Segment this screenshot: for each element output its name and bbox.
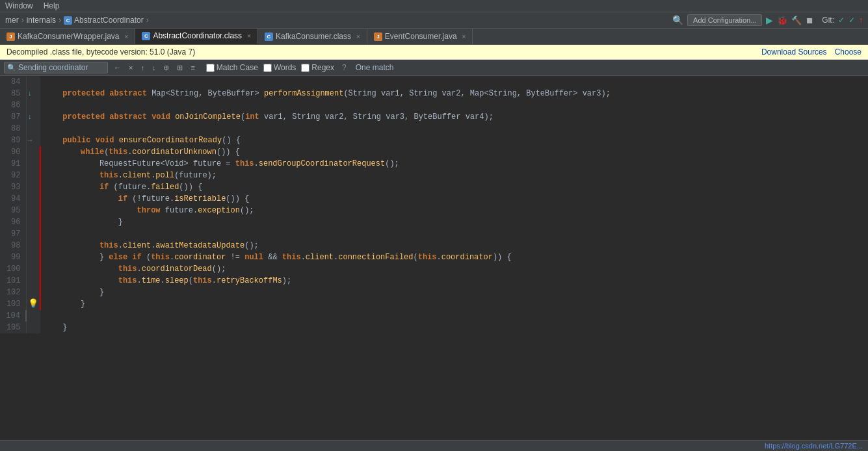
editor-container[interactable]: 84 85 ↓ protected abstract Map<String, B… — [0, 76, 868, 440]
table-row: 89 → public void ensureCoordinatorReady(… — [0, 135, 868, 146]
tab-kafka-consumer[interactable]: C KafkaConsumer.class × — [258, 29, 367, 44]
table-row: 94 if (!future.isRetriable()) { — [0, 193, 868, 205]
tab-label-2: AbstractCoordinator.class — [153, 31, 242, 40]
tab-close-3[interactable]: × — [356, 33, 360, 40]
git-check-icon[interactable]: ✓ — [838, 16, 845, 25]
breadcrumb-mer[interactable]: mer — [5, 16, 19, 25]
line-gutter — [26, 76, 40, 88]
table-row: 84 — [0, 76, 868, 88]
search-input[interactable] — [18, 63, 103, 72]
line-number: 100 — [0, 263, 26, 275]
line-number: 97 — [0, 228, 26, 240]
run-button[interactable]: ▶ — [766, 15, 773, 25]
debug-icon[interactable]: 🐞 — [777, 16, 787, 25]
search-filter-button[interactable]: ≡ — [189, 63, 196, 72]
table-row: 104 — [0, 310, 868, 322]
gutter-arrow-icon: ↓ — [28, 88, 33, 99]
line-gutter — [26, 99, 40, 111]
line-gutter — [26, 275, 40, 287]
table-row: 97 — [0, 228, 868, 240]
line-number: 99 — [0, 251, 26, 263]
download-sources-link[interactable]: Download Sources — [761, 47, 827, 57]
breadcrumb-sep2: › — [59, 16, 61, 25]
search-options-button[interactable]: ⊞ — [175, 63, 185, 73]
tab-abstract-coordinator[interactable]: C AbstractCoordinator.class × — [135, 29, 258, 44]
line-code: public void ensureCoordinatorReady() { — [40, 135, 869, 146]
line-number: 94 — [0, 193, 26, 205]
line-gutter — [26, 263, 40, 275]
line-code: this.time.sleep(this.retryBackoffMs); — [40, 275, 869, 287]
table-row: 101 this.time.sleep(this.retryBackoffMs)… — [0, 275, 868, 287]
tab-close-2[interactable]: × — [247, 32, 251, 40]
words-checkbox[interactable] — [263, 64, 272, 72]
search-toolbar-icon[interactable]: 🔍 — [672, 15, 683, 25]
build-icon[interactable]: 🔨 — [791, 16, 802, 25]
line-code: } — [40, 287, 869, 298]
notification-actions: Download Sources Choose — [761, 47, 861, 57]
tab-label-3: KafkaConsumer.class — [276, 32, 351, 41]
table-row: 93 if (future.failed()) { — [0, 181, 868, 193]
line-number: 103 — [0, 298, 26, 310]
git-check2-icon[interactable]: ✓ — [848, 16, 855, 25]
search-help-icon[interactable]: ? — [342, 63, 347, 72]
line-number: 90 — [0, 146, 26, 158]
match-case-option[interactable]: Match Case — [206, 63, 258, 72]
stop-icon[interactable]: ⏹ — [806, 16, 814, 25]
line-code — [40, 228, 869, 240]
search-next-down-button[interactable]: ↓ — [150, 63, 158, 72]
notification-bar: Decompiled .class file, bytecode version… — [0, 45, 868, 60]
menu-window[interactable]: Window — [5, 1, 33, 10]
tab-close-4[interactable]: × — [462, 33, 466, 40]
line-code: this.client.poll(future); — [40, 170, 869, 181]
table-row: 87 ↓ protected abstract void onJoinCompl… — [0, 111, 868, 123]
search-expand-button[interactable]: ⊕ — [161, 63, 171, 73]
line-code — [40, 76, 869, 88]
choose-link[interactable]: Choose — [835, 47, 861, 57]
menu-help[interactable]: Help — [44, 1, 60, 10]
line-code: RequestFuture<Void> future = this.sendGr… — [40, 158, 869, 170]
line-gutter — [26, 322, 40, 333]
line-gutter: ↓ — [26, 111, 40, 123]
git-x-icon[interactable]: ↑ — [859, 16, 863, 25]
line-gutter — [26, 146, 40, 158]
match-case-checkbox[interactable] — [206, 64, 215, 72]
line-code: if (future.failed()) { — [40, 181, 869, 193]
regex-option[interactable]: Regex — [301, 63, 334, 72]
gutter-arrow-icon: ↓ — [28, 111, 33, 123]
line-number: 102 — [0, 287, 26, 298]
line-number: 96 — [0, 216, 26, 228]
breadcrumb-abstract-coordinator[interactable]: C AbstractCoordinator — [64, 16, 144, 25]
breadcrumb-internals[interactable]: internals — [27, 16, 56, 25]
line-gutter: ↓ — [26, 88, 40, 99]
status-url-link[interactable]: https://blog.csdn.net/LG772E... — [765, 442, 863, 450]
breadcrumb-sep1: › — [21, 16, 24, 25]
search-prev-button[interactable]: ← — [112, 63, 123, 72]
line-number: 84 — [0, 76, 26, 88]
table-row: 105 } — [0, 322, 868, 333]
search-match-result: One match — [356, 63, 394, 72]
tab-close-1[interactable]: × — [125, 33, 129, 40]
words-option[interactable]: Words — [263, 63, 296, 72]
tab-event-consumer[interactable]: J EventConsumer.java × — [367, 29, 473, 44]
line-code: while(this.coordinatorUnknown()) { — [40, 146, 869, 158]
status-bar: https://blog.csdn.net/LG772E... — [0, 440, 868, 451]
table-row: 90 while(this.coordinatorUnknown()) { — [0, 146, 868, 158]
tab-kafka-consumer-wrapper[interactable]: J KafkaConsumerWrapper.java × — [0, 29, 135, 44]
search-clear-button[interactable]: × — [127, 63, 135, 72]
search-next-up-button[interactable]: ↑ — [138, 63, 146, 72]
regex-checkbox[interactable] — [301, 64, 309, 72]
table-row: 95 throw future.exception(); — [0, 205, 868, 216]
line-number: 104 — [0, 310, 26, 322]
gutter-bulb-icon: 💡 — [28, 298, 38, 310]
line-gutter: 💡 — [26, 298, 40, 310]
java-icon-4: J — [374, 32, 382, 41]
class-icon-2: C — [142, 32, 150, 40]
editor-wrapper: 84 85 ↓ protected abstract Map<String, B… — [0, 76, 868, 440]
code-table: 84 85 ↓ protected abstract Map<String, B… — [0, 76, 868, 333]
line-number: 105 — [0, 322, 26, 333]
breadcrumb-bar: mer › internals › C AbstractCoordinator … — [0, 12, 868, 29]
line-code — [40, 310, 869, 322]
table-row: 98 this.client.awaitMetadataUpdate(); — [0, 240, 868, 251]
add-configuration-button[interactable]: Add Configuration... — [687, 14, 762, 26]
table-row: 99 } else if (this.coordinator != null &… — [0, 251, 868, 263]
